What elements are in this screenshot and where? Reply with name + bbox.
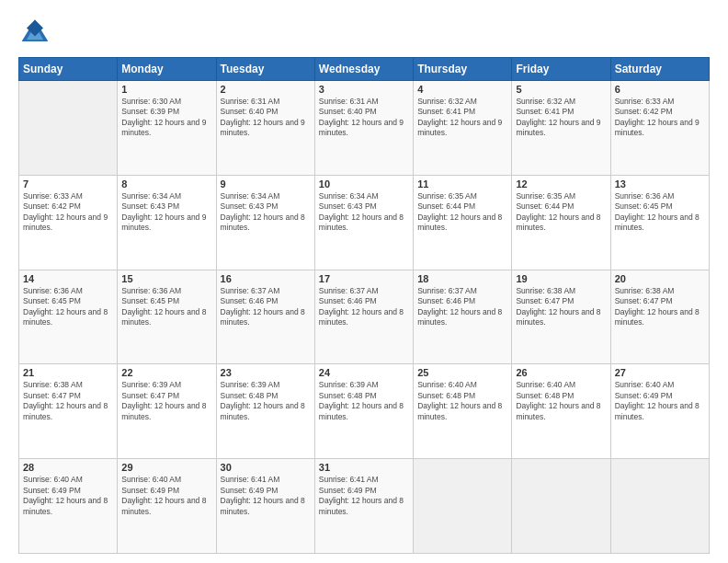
day-number: 1 xyxy=(121,84,211,95)
day-number: 21 xyxy=(23,367,113,378)
day-info: Sunrise: 6:41 AMSunset: 6:49 PMDaylight:… xyxy=(221,475,305,515)
calendar-week-2: 7Sunrise: 6:33 AMSunset: 6:42 PMDaylight… xyxy=(19,175,710,270)
day-number: 13 xyxy=(615,178,705,190)
day-info: Sunrise: 6:35 AMSunset: 6:44 PMDaylight:… xyxy=(417,191,502,232)
day-number: 31 xyxy=(319,462,409,473)
calendar-cell: 7Sunrise: 6:33 AMSunset: 6:42 PMDaylight… xyxy=(19,175,118,270)
calendar-cell xyxy=(512,459,610,554)
calendar-cell: 15Sunrise: 6:36 AMSunset: 6:45 PMDayligh… xyxy=(118,270,216,364)
day-info: Sunrise: 6:41 AMSunset: 6:49 PMDaylight:… xyxy=(319,475,404,515)
calendar-cell: 8Sunrise: 6:34 AMSunset: 6:43 PMDaylight… xyxy=(118,175,216,270)
calendar-cell: 19Sunrise: 6:38 AMSunset: 6:47 PMDayligh… xyxy=(512,270,610,364)
calendar-cell: 25Sunrise: 6:40 AMSunset: 6:48 PMDayligh… xyxy=(414,364,512,459)
logo xyxy=(18,17,57,50)
col-tuesday: Tuesday xyxy=(216,58,314,81)
day-info: Sunrise: 6:34 AMSunset: 6:43 PMDaylight:… xyxy=(221,191,305,232)
day-number: 11 xyxy=(417,178,507,190)
day-number: 16 xyxy=(221,273,311,284)
day-info: Sunrise: 6:33 AMSunset: 6:42 PMDaylight:… xyxy=(615,97,700,137)
calendar-cell: 13Sunrise: 6:36 AMSunset: 6:45 PMDayligh… xyxy=(610,175,709,270)
day-info: Sunrise: 6:35 AMSunset: 6:44 PMDaylight:… xyxy=(516,191,600,232)
day-info: Sunrise: 6:36 AMSunset: 6:45 PMDaylight:… xyxy=(615,191,700,232)
day-info: Sunrise: 6:31 AMSunset: 6:40 PMDaylight:… xyxy=(221,97,305,137)
day-info: Sunrise: 6:39 AMSunset: 6:48 PMDaylight:… xyxy=(319,380,404,420)
calendar-cell: 20Sunrise: 6:38 AMSunset: 6:47 PMDayligh… xyxy=(610,270,709,364)
col-thursday: Thursday xyxy=(414,58,512,81)
calendar-cell: 23Sunrise: 6:39 AMSunset: 6:48 PMDayligh… xyxy=(216,364,314,459)
calendar-cell: 12Sunrise: 6:35 AMSunset: 6:44 PMDayligh… xyxy=(512,175,610,270)
day-info: Sunrise: 6:34 AMSunset: 6:43 PMDaylight:… xyxy=(319,191,404,232)
day-number: 14 xyxy=(23,273,113,284)
day-number: 18 xyxy=(417,273,507,284)
day-info: Sunrise: 6:40 AMSunset: 6:49 PMDaylight:… xyxy=(23,475,108,515)
calendar-week-5: 28Sunrise: 6:40 AMSunset: 6:49 PMDayligh… xyxy=(19,459,710,554)
calendar-cell: 28Sunrise: 6:40 AMSunset: 6:49 PMDayligh… xyxy=(19,459,118,554)
col-wednesday: Wednesday xyxy=(314,58,413,81)
calendar: Sunday Monday Tuesday Wednesday Thursday… xyxy=(18,57,710,554)
day-info: Sunrise: 6:34 AMSunset: 6:43 PMDaylight:… xyxy=(121,191,206,232)
calendar-cell xyxy=(19,81,118,176)
day-info: Sunrise: 6:33 AMSunset: 6:42 PMDaylight:… xyxy=(23,191,108,232)
col-saturday: Saturday xyxy=(610,58,709,81)
calendar-cell xyxy=(414,459,512,554)
day-info: Sunrise: 6:32 AMSunset: 6:41 PMDaylight:… xyxy=(516,97,600,137)
day-info: Sunrise: 6:38 AMSunset: 6:47 PMDaylight:… xyxy=(23,380,108,420)
calendar-cell: 21Sunrise: 6:38 AMSunset: 6:47 PMDayligh… xyxy=(19,364,118,459)
day-number: 4 xyxy=(417,84,507,95)
day-info: Sunrise: 6:36 AMSunset: 6:45 PMDaylight:… xyxy=(23,286,108,327)
day-info: Sunrise: 6:39 AMSunset: 6:47 PMDaylight:… xyxy=(121,380,206,420)
day-number: 5 xyxy=(516,84,606,95)
day-number: 8 xyxy=(121,178,211,190)
day-info: Sunrise: 6:30 AMSunset: 6:39 PMDaylight:… xyxy=(121,97,206,137)
calendar-table: Sunday Monday Tuesday Wednesday Thursday… xyxy=(18,57,710,554)
calendar-cell: 29Sunrise: 6:40 AMSunset: 6:49 PMDayligh… xyxy=(118,459,216,554)
col-friday: Friday xyxy=(512,58,610,81)
calendar-cell: 14Sunrise: 6:36 AMSunset: 6:45 PMDayligh… xyxy=(19,270,118,364)
calendar-cell: 10Sunrise: 6:34 AMSunset: 6:43 PMDayligh… xyxy=(314,175,413,270)
calendar-cell: 18Sunrise: 6:37 AMSunset: 6:46 PMDayligh… xyxy=(414,270,512,364)
calendar-cell: 27Sunrise: 6:40 AMSunset: 6:49 PMDayligh… xyxy=(610,364,709,459)
day-number: 12 xyxy=(516,178,606,190)
day-number: 28 xyxy=(23,462,113,473)
day-info: Sunrise: 6:36 AMSunset: 6:45 PMDaylight:… xyxy=(121,286,206,327)
calendar-cell: 4Sunrise: 6:32 AMSunset: 6:41 PMDaylight… xyxy=(414,81,512,176)
day-number: 10 xyxy=(319,178,409,190)
calendar-cell xyxy=(610,459,709,554)
header xyxy=(18,17,710,50)
day-number: 3 xyxy=(319,84,409,95)
calendar-cell: 11Sunrise: 6:35 AMSunset: 6:44 PMDayligh… xyxy=(414,175,512,270)
col-sunday: Sunday xyxy=(19,58,118,81)
calendar-week-3: 14Sunrise: 6:36 AMSunset: 6:45 PMDayligh… xyxy=(19,270,710,364)
day-info: Sunrise: 6:31 AMSunset: 6:40 PMDaylight:… xyxy=(319,97,404,137)
day-number: 20 xyxy=(615,273,705,284)
calendar-cell: 31Sunrise: 6:41 AMSunset: 6:49 PMDayligh… xyxy=(314,459,413,554)
col-monday: Monday xyxy=(118,58,216,81)
day-number: 23 xyxy=(221,367,311,378)
day-number: 27 xyxy=(615,367,705,378)
day-info: Sunrise: 6:37 AMSunset: 6:46 PMDaylight:… xyxy=(417,286,502,327)
day-number: 22 xyxy=(121,367,211,378)
day-info: Sunrise: 6:38 AMSunset: 6:47 PMDaylight:… xyxy=(516,286,600,327)
calendar-cell: 17Sunrise: 6:37 AMSunset: 6:46 PMDayligh… xyxy=(314,270,413,364)
day-number: 19 xyxy=(516,273,606,284)
day-info: Sunrise: 6:37 AMSunset: 6:46 PMDaylight:… xyxy=(319,286,404,327)
calendar-cell: 9Sunrise: 6:34 AMSunset: 6:43 PMDaylight… xyxy=(216,175,314,270)
day-number: 17 xyxy=(319,273,409,284)
calendar-cell: 1Sunrise: 6:30 AMSunset: 6:39 PMDaylight… xyxy=(118,81,216,176)
calendar-cell: 2Sunrise: 6:31 AMSunset: 6:40 PMDaylight… xyxy=(216,81,314,176)
day-info: Sunrise: 6:38 AMSunset: 6:47 PMDaylight:… xyxy=(615,286,700,327)
calendar-cell: 24Sunrise: 6:39 AMSunset: 6:48 PMDayligh… xyxy=(314,364,413,459)
day-info: Sunrise: 6:39 AMSunset: 6:48 PMDaylight:… xyxy=(221,380,305,420)
day-info: Sunrise: 6:37 AMSunset: 6:46 PMDaylight:… xyxy=(221,286,305,327)
day-number: 2 xyxy=(221,84,311,95)
calendar-cell: 22Sunrise: 6:39 AMSunset: 6:47 PMDayligh… xyxy=(118,364,216,459)
header-row: Sunday Monday Tuesday Wednesday Thursday… xyxy=(19,58,710,81)
day-number: 24 xyxy=(319,367,409,378)
day-number: 30 xyxy=(221,462,311,473)
calendar-cell: 3Sunrise: 6:31 AMSunset: 6:40 PMDaylight… xyxy=(314,81,413,176)
day-number: 9 xyxy=(221,178,311,190)
day-info: Sunrise: 6:40 AMSunset: 6:49 PMDaylight:… xyxy=(121,475,206,515)
day-info: Sunrise: 6:40 AMSunset: 6:49 PMDaylight:… xyxy=(615,380,700,420)
day-number: 26 xyxy=(516,367,606,378)
day-number: 15 xyxy=(121,273,211,284)
